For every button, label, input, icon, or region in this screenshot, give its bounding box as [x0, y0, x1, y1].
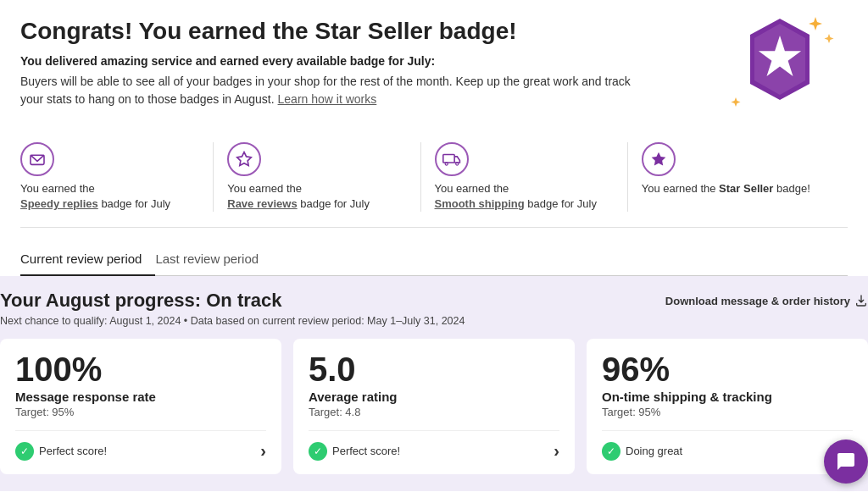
smooth-shipping-icon — [435, 142, 469, 176]
envelope-icon — [29, 152, 46, 166]
chat-button[interactable] — [824, 439, 868, 484]
metric-top-rating: 5.0 Average rating Target: 4.8 — [309, 352, 559, 420]
status-check-shipping: ✓ — [602, 442, 620, 461]
metric-target-message: Target: 95% — [15, 406, 266, 418]
metric-status-rating: ✓ Perfect score! — [309, 442, 400, 461]
star-filled-icon — [650, 151, 667, 168]
rave-reviews-icon — [227, 142, 261, 176]
status-text-shipping: Doing great — [626, 445, 682, 457]
metric-label-rating: Average rating — [309, 390, 559, 404]
metric-value-message: 100% — [15, 352, 266, 386]
badge-illustration — [712, 8, 848, 127]
status-check-message: ✓ — [15, 442, 34, 461]
badge-text-shipping: You earned theSmooth shipping badge for … — [435, 181, 597, 212]
header-text: Congrats! You earned the Star Seller bad… — [20, 17, 631, 108]
svg-point-9 — [445, 163, 448, 165]
status-text-rating: Perfect score! — [332, 445, 400, 457]
status-check-rating: ✓ — [309, 442, 327, 461]
metric-top-message: 100% Message response rate Target: 95% — [15, 352, 266, 420]
metric-card-message-response: 100% Message response rate Target: 95% ✓… — [0, 339, 281, 474]
badge-text-star-seller: You earned the Star Seller badge! — [642, 181, 810, 196]
metric-action-rating: ✓ Perfect score! › — [309, 430, 559, 461]
header-section: Congrats! You earned the Star Seller bad… — [20, 17, 848, 127]
page-title: Congrats! You earned the Star Seller bad… — [20, 17, 631, 46]
metric-status-message: ✓ Perfect score! — [15, 442, 107, 461]
tab-last-review-period[interactable]: Last review period — [155, 243, 272, 276]
svg-marker-2 — [732, 97, 741, 107]
svg-point-10 — [455, 163, 458, 165]
metric-card-rating: 5.0 Average rating Target: 4.8 ✓ Perfect… — [293, 339, 575, 474]
badges-row: You earned theSpeedy replies badge for J… — [20, 142, 848, 228]
metric-label-shipping: On-time shipping & tracking — [602, 390, 853, 404]
metric-chevron-rating[interactable]: › — [554, 441, 559, 461]
progress-title: Your August progress: On track — [0, 290, 282, 312]
metric-top-shipping: 96% On-time shipping & tracking Target: … — [602, 352, 853, 420]
metric-label-message: Message response rate — [15, 390, 266, 404]
progress-meta: Next chance to qualify: August 1, 2024 •… — [0, 315, 868, 327]
metric-chevron-message[interactable]: › — [260, 441, 266, 461]
download-label: Download message & order history — [665, 295, 850, 307]
badge-item-rave-reviews: You earned theRave reviews badge for Jul… — [227, 142, 420, 212]
status-text-message: Perfect score! — [39, 445, 107, 457]
metric-status-shipping: ✓ Doing great — [602, 442, 682, 461]
smooth-shipping-link[interactable]: Smooth shipping — [435, 197, 525, 210]
metric-value-shipping: 96% — [602, 352, 853, 386]
svg-marker-7 — [237, 152, 252, 166]
svg-rect-8 — [442, 155, 453, 163]
metric-target-shipping: Target: 95% — [602, 406, 853, 418]
truck-icon — [442, 152, 461, 166]
metric-action-message: ✓ Perfect score! › — [15, 430, 266, 461]
star-outline-icon — [236, 151, 253, 168]
svg-marker-11 — [651, 152, 665, 166]
progress-header: Your August progress: On track Download … — [0, 290, 868, 312]
badge-text-rave: You earned theRave reviews badge for Jul… — [227, 181, 370, 212]
badge-item-smooth-shipping: You earned theSmooth shipping badge for … — [435, 142, 628, 212]
badge-item-speedy-replies: You earned theSpeedy replies badge for J… — [20, 142, 214, 212]
download-link[interactable]: Download message & order history — [665, 294, 868, 307]
learn-link[interactable]: Learn how it works — [278, 92, 377, 106]
badge-text-speedy: You earned theSpeedy replies badge for J… — [20, 181, 170, 212]
star-seller-badge-svg — [721, 8, 839, 127]
tabs-row: Current review period Last review period — [20, 243, 848, 276]
star-seller-badge-icon — [642, 142, 676, 176]
tab-current-review-period[interactable]: Current review period — [20, 243, 155, 276]
metric-action-shipping: ✓ Doing great › — [602, 430, 853, 461]
rave-reviews-link[interactable]: Rave reviews — [227, 197, 297, 210]
subtitle-bold: You delivered amazing service and earned… — [20, 54, 631, 68]
speedy-replies-link[interactable]: Speedy replies — [20, 197, 98, 210]
badge-item-star-seller: You earned the Star Seller badge! — [642, 142, 834, 212]
metric-target-rating: Target: 4.8 — [309, 406, 559, 418]
metric-value-rating: 5.0 — [309, 352, 559, 386]
metrics-row: 100% Message response rate Target: 95% ✓… — [0, 339, 868, 474]
subtitle-text: Buyers will be able to see all of your b… — [20, 73, 631, 108]
speedy-replies-icon — [20, 142, 54, 176]
main-container: Congrats! You earned the Star Seller bad… — [0, 0, 868, 276]
download-icon — [854, 294, 868, 307]
svg-marker-0 — [809, 17, 822, 30]
progress-section: Your August progress: On track Download … — [0, 276, 868, 491]
svg-marker-1 — [825, 34, 834, 43]
chat-icon — [836, 451, 856, 472]
